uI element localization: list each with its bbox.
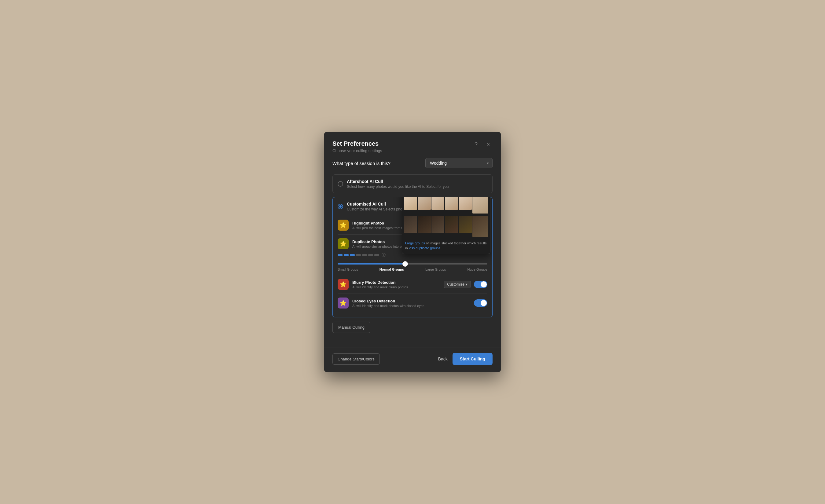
tooltip-photo-9 <box>432 216 445 233</box>
aftershoot-ai-header[interactable]: Aftershoot AI Cull Select how many photo… <box>333 175 492 193</box>
dialog-actions: ? × <box>472 140 493 149</box>
closed-eyes-desc: AI will identify and mark photos with cl… <box>352 304 424 308</box>
blurry-icon: ⭐ <box>338 279 349 290</box>
preferences-dialog: Set Preferences Choose your culling sett… <box>324 132 501 372</box>
aftershoot-text: Aftershoot AI Cull Select how many photo… <box>347 179 449 189</box>
customised-ai-option[interactable]: Customised AI Cull Customize the way AI … <box>332 197 493 317</box>
help-button[interactable]: ? <box>472 140 480 149</box>
session-dropdown[interactable]: Wedding Portrait Event Commercial Other <box>425 158 493 168</box>
tooltip-photo-7 <box>404 216 417 233</box>
duplicate-feature-row: ⭐ Duplicate Photos AI will group similar… <box>338 234 487 275</box>
tooltip-photo-3 <box>432 197 445 210</box>
tooltip-photo-12 <box>472 216 488 237</box>
indicator-3 <box>350 254 355 256</box>
aftershoot-label: Aftershoot AI Cull <box>347 179 449 184</box>
start-culling-button[interactable]: Start Culling <box>453 353 493 365</box>
duplicate-desc: AI will group similar photos into sets <box>352 245 406 248</box>
change-stars-button[interactable]: Change Stars/Colors <box>332 353 380 365</box>
blurry-text: Blurry Photo Detection AI will identify … <box>352 280 408 289</box>
closed-eyes-text: Closed Eyes Detection AI will identify a… <box>352 299 424 308</box>
duplicate-slider-section: ⓘ Small Groups Normal Groups Large Group… <box>338 252 487 271</box>
aftershoot-radio[interactable] <box>338 181 343 187</box>
info-icon[interactable]: ⓘ <box>382 252 386 258</box>
manual-culling-button[interactable]: Manual Culling <box>332 322 370 333</box>
help-icon: ? <box>474 142 477 148</box>
tooltip-photo-10 <box>445 216 458 233</box>
dialog-subtitle: Choose your culling settings <box>332 149 382 153</box>
close-icon: × <box>487 142 490 148</box>
blurry-controls: Customise ▾ <box>444 281 487 288</box>
blurry-customize-button[interactable]: Customise ▾ <box>444 281 471 288</box>
blurry-feature-row: ⭐ Blurry Photo Detection AI will identif… <box>338 275 487 293</box>
closed-eyes-label: Closed Eyes Detection <box>352 299 424 303</box>
dialog-title: Set Preferences <box>332 140 382 147</box>
tooltip-photo-4 <box>445 197 458 210</box>
closed-eyes-controls <box>474 299 487 307</box>
indicator-6 <box>368 254 373 256</box>
indicator-5 <box>362 254 367 256</box>
duplicate-text: Duplicate Photos AI will group similar p… <box>352 240 406 248</box>
tooltip-popup: Large groups of images stacked together … <box>402 197 491 254</box>
close-button[interactable]: × <box>484 140 493 149</box>
dialog-header: Set Preferences Choose your culling sett… <box>324 132 501 158</box>
closed-eyes-icon: ⭐ <box>338 298 349 309</box>
tooltip-less-duplicates-link[interactable]: less duplicate groups <box>409 246 440 250</box>
tooltip-photo-2 <box>418 197 431 210</box>
session-label: What type of session is this? <box>332 161 390 166</box>
duplicate-slider[interactable] <box>338 263 487 264</box>
customised-content: ⭐ Highlight Photos AI will pick the best… <box>333 216 492 317</box>
indicator-2 <box>344 254 349 256</box>
session-dropdown-wrapper[interactable]: Wedding Portrait Event Commercial Other … <box>425 158 493 168</box>
tooltip-photo-8 <box>418 216 431 233</box>
title-group: Set Preferences Choose your culling sett… <box>332 140 382 153</box>
highlight-icon: ⭐ <box>338 220 349 231</box>
closed-eyes-feature-row: ⭐ Closed Eyes Detection AI will identify… <box>338 293 487 312</box>
huge-groups-label: Huge Groups <box>467 268 487 271</box>
dialog-footer: Change Stars/Colors Back Start Culling <box>324 348 501 372</box>
large-groups-label: Large Groups <box>425 268 446 271</box>
slider-labels: Small Groups Normal Groups Large Groups … <box>338 268 487 271</box>
blurry-label: Blurry Photo Detection <box>352 280 408 285</box>
indicator-4 <box>356 254 361 256</box>
tooltip-description: Large groups of images stacked together … <box>402 239 490 254</box>
session-row: What type of session is this? Wedding Po… <box>332 158 493 168</box>
tooltip-photo-11 <box>459 216 472 233</box>
duplicate-label: Duplicate Photos <box>352 240 406 244</box>
indicator-1 <box>338 254 343 256</box>
customised-radio[interactable] <box>338 204 343 209</box>
footer-right: Back Start Culling <box>438 353 493 365</box>
tooltip-photo-5 <box>459 197 472 210</box>
tooltip-large-groups-link[interactable]: Large groups <box>405 241 425 245</box>
dialog-body: What type of session is this? Wedding Po… <box>324 158 501 348</box>
blurry-toggle[interactable] <box>474 281 487 288</box>
duplicate-icon: ⭐ <box>338 238 349 249</box>
indicator-7 <box>374 254 379 256</box>
normal-groups-label: Normal Groups <box>379 268 404 271</box>
tooltip-photo-1 <box>404 197 417 210</box>
closed-eyes-toggle[interactable] <box>474 299 487 307</box>
aftershoot-ai-option[interactable]: Aftershoot AI Cull Select how many photo… <box>332 174 493 193</box>
back-button[interactable]: Back <box>438 356 448 361</box>
small-groups-label: Small Groups <box>338 268 358 271</box>
aftershoot-desc: Select how many photos would you like th… <box>347 184 449 189</box>
tooltip-photo-6 <box>472 197 488 214</box>
customize-chevron-icon: ▾ <box>466 282 467 286</box>
blurry-desc: AI will identify and mark blurry photos <box>352 285 408 289</box>
